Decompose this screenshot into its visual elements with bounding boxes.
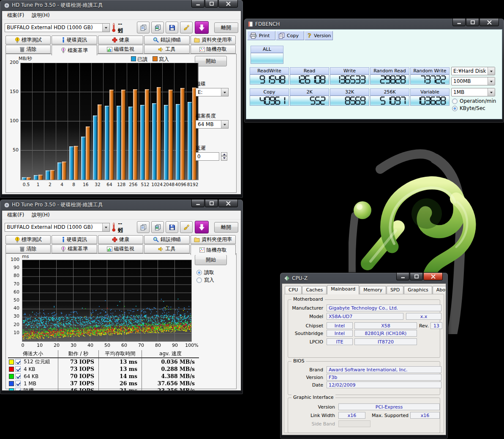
tab-health[interactable]: 健康 [98,235,143,244]
operation-min-radio[interactable]: Operation/min [452,98,496,104]
read-radio[interactable]: 讀取 [196,269,214,276]
maximize-button[interactable] [205,199,218,207]
start-button[interactable]: 開始 [195,255,227,265]
close-button[interactable] [479,18,499,26]
transfer-size-label: 64 KB [24,373,38,379]
bar-write [121,90,125,180]
tab-tools[interactable]: 工具 [144,45,189,54]
minimize-button[interactable] [191,199,204,207]
combo-dropdown-button[interactable] [221,121,228,128]
tab-erase[interactable]: 清除 [5,45,51,54]
toolbar: BUFFALO External HDD (1000 GB)-- 蚓離開 [2,220,241,235]
disk-label: 磁碟 [196,80,206,88]
tab-error-scan[interactable]: 錯誤掃瞄 [144,36,189,44]
tab-error-scan[interactable]: 錯誤掃瞄 [144,235,189,244]
print-button[interactable]: Print [247,31,275,40]
save-button[interactable] [166,221,178,233]
drive-selector[interactable]: E:¥Hard Disk [451,67,495,75]
titlebar[interactable]: CPU-Z [282,273,446,283]
export-button[interactable] [195,221,209,233]
menu-help[interactable]: 說明(H) [28,11,53,19]
x-tick-label: 64 [104,182,115,187]
row-checkbox[interactable] [15,388,21,391]
tab-disk-monitor[interactable]: 磁碟監視 [98,244,143,253]
copy-text-button[interactable] [137,22,150,33]
row-checkbox[interactable] [15,381,21,386]
side-band-label: Side Band [293,421,335,427]
chevron-down-icon [105,227,107,230]
tab-random-access[interactable]: 隨機存取 [191,244,236,255]
block-size-selector[interactable]: 1MB [451,88,495,96]
speaker-icon [158,247,163,252]
maximize-button[interactable] [205,0,218,8]
row-checkbox[interactable] [15,359,21,365]
export-button[interactable] [195,21,209,34]
y-tick-label: 40 [8,305,19,311]
cell-label: ReadWrite [250,67,289,74]
tab-label: 標準測試 [22,36,42,44]
combo-dropdown-button[interactable] [221,88,228,96]
printer-icon [250,33,257,39]
minimize-button[interactable] [452,18,466,26]
combo-dropdown-button[interactable] [488,77,495,85]
exit-button[interactable]: 離開 [214,222,238,233]
close-button[interactable] [423,272,443,280]
menu-file[interactable]: 檔案(F) [4,11,27,19]
start-button[interactable]: 開始 [195,56,227,66]
row-checkbox[interactable] [15,373,21,379]
file-size-selector[interactable]: 100MB [451,77,495,85]
titlebar[interactable]: FDBENCH [246,19,502,29]
version-button[interactable]: ?Version [305,31,333,40]
delay-input[interactable]: 0 [196,152,219,161]
tab-tools[interactable]: 工具 [144,244,189,253]
tab-erase[interactable]: 清除 [5,244,51,253]
row-checkbox[interactable] [15,366,21,372]
titlebar[interactable]: HD Tune Pro 3.50 - 硬碟檢測-維護工具 [2,0,241,11]
drive-selector[interactable]: BUFFALO External HDD (1000 GB) [5,223,110,232]
copy-button[interactable]: Copy [276,31,304,40]
delay-spinner[interactable] [221,152,227,161]
save-button[interactable] [166,22,178,33]
menu-file[interactable]: 檔案(F) [4,211,27,219]
menu-help[interactable]: 說明(H) [28,211,53,219]
tab-mainboard[interactable]: Mainboard [327,285,359,294]
spinner-up-button[interactable] [221,152,227,156]
tab-random-access[interactable]: 隨機存取 [191,45,236,54]
radio-icon [196,277,202,283]
options-button[interactable] [180,22,193,33]
file-length-selector[interactable]: 64 MB [196,120,229,129]
tab-benchmark[interactable]: 標準測試 [5,235,51,244]
maximize-button[interactable] [466,18,479,26]
combo-dropdown-button[interactable] [102,223,109,231]
tab-drive-info[interactable]: 硬碟資訊 [52,235,97,244]
copy-text-button[interactable] [137,221,150,233]
combo-dropdown-button[interactable] [488,67,495,75]
close-button[interactable] [218,199,238,207]
tab-drive-info[interactable]: 硬碟資訊 [52,36,97,44]
exit-button[interactable]: 離開 [214,22,238,33]
radio-label: KByte/Sec [460,105,485,111]
tab-disk-monitor[interactable]: 磁碟監視 [98,45,143,54]
minimize-button[interactable] [396,272,409,280]
drive-selector[interactable]: BUFFALO External HDD (1000 GB) [5,23,110,32]
kbyte-sec-radio[interactable]: KByte/Sec [452,105,485,111]
maximize-button[interactable] [410,272,423,280]
options-button[interactable] [180,221,193,233]
tab-file-benchmark[interactable]: 檔案基準 [52,45,97,55]
bar-write [157,87,161,180]
spinner-down-button[interactable] [221,156,227,161]
copy-screenshot-button[interactable] [151,221,164,233]
tab-benchmark[interactable]: 標準測試 [5,36,51,44]
titlebar[interactable]: HD Tune Pro 3.50 - 硬碟檢測-維護工具 [2,200,241,210]
tab-folder-usage[interactable]: 資料夾使用率 [191,36,236,44]
combo-dropdown-button[interactable] [488,88,495,96]
write-radio[interactable]: 寫入 [196,277,214,284]
minimize-button[interactable] [191,0,204,8]
tab-file-benchmark[interactable]: 檔案基準 [52,244,97,253]
disk-selector[interactable]: E: [196,88,229,96]
tab-health[interactable]: 健康 [98,36,143,44]
combo-dropdown-button[interactable] [102,24,109,32]
copy-screenshot-button[interactable] [151,22,164,33]
tab-folder-usage[interactable]: 資料夾使用率 [191,235,236,244]
close-button[interactable] [218,0,238,8]
